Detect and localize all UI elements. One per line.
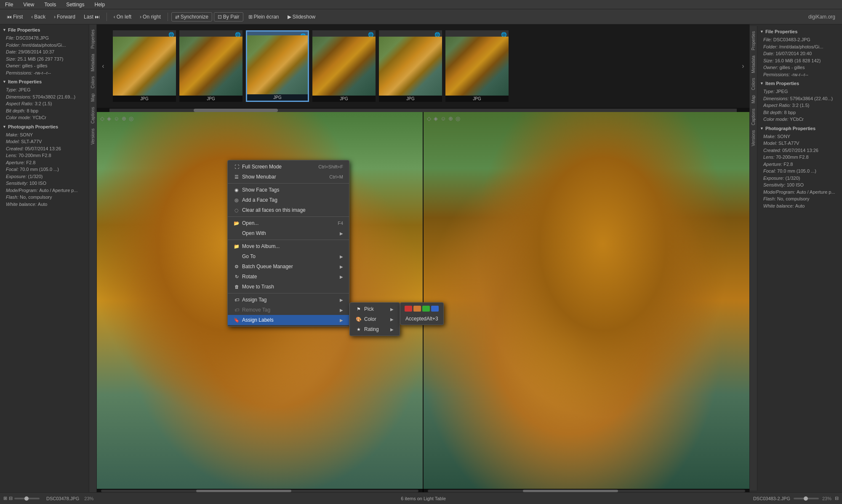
ctx-add-face-tag[interactable]: ◎ Add a Face Tag xyxy=(228,195,349,205)
statusbar-icon-thumb[interactable]: ⊟ xyxy=(9,496,13,501)
file-properties-header[interactable]: ▼ File Properties xyxy=(0,26,89,34)
back-button[interactable]: ‹ Back xyxy=(28,13,49,21)
fit-icon-right[interactable]: ◈ xyxy=(434,115,438,122)
photograph-properties-header[interactable]: ▼ Photograph Properties xyxy=(0,123,89,131)
ctx-rotate[interactable]: ↻ Rotate ▶ xyxy=(228,272,349,282)
on-left-button[interactable]: ‹ On left xyxy=(110,13,135,21)
submenu-pick-item[interactable]: ⚑ Pick ▶ xyxy=(350,304,400,314)
first-button[interactable]: ⏮ First xyxy=(3,13,26,21)
tab-metadata-right[interactable]: Metadata xyxy=(750,54,757,75)
filmstrip-item-4[interactable]: 🌐 JPG xyxy=(379,30,442,102)
zoom-slider-right[interactable] xyxy=(794,498,819,499)
addperson-icon-right[interactable]: ⊕ xyxy=(448,115,453,122)
submenu-color-item[interactable]: 🎨 Color ▶ xyxy=(350,314,400,324)
filmstrip-scrollbar[interactable] xyxy=(97,109,749,112)
center-panel: ‹ 🌐 JPG 🌐 JPG 🌐 JPG xyxy=(97,24,749,492)
statusbar-icon-thumb-right[interactable]: ⊟ xyxy=(835,496,839,501)
fit-icon-left[interactable]: ◈ xyxy=(107,115,111,122)
filmstrip-item-5[interactable]: 🌐 JPG xyxy=(445,30,509,102)
pick-flag-green[interactable] xyxy=(422,306,430,312)
tab-properties-right[interactable]: Properties xyxy=(750,29,757,52)
tab-captions-right[interactable]: Captions xyxy=(750,107,757,127)
ctx-fullscreen[interactable]: ⛶ Full Screen Mode Ctrl+Shift+F xyxy=(228,162,349,172)
on-right-button[interactable]: › On right xyxy=(136,13,164,21)
tab-colors-left[interactable]: Colors xyxy=(90,75,96,90)
pick-flag-red[interactable] xyxy=(405,306,412,312)
menu-file[interactable]: File xyxy=(3,1,15,8)
by-pair-button[interactable]: ⊡ By Pair xyxy=(214,12,243,21)
submenu-rating-item[interactable]: ★ Rating ▶ xyxy=(350,324,400,334)
item-properties-header[interactable]: ▼ Item Properties xyxy=(0,78,89,85)
menu-help[interactable]: Help xyxy=(93,1,107,8)
person-icon-left[interactable]: ☺ xyxy=(114,115,119,122)
target-icon-right[interactable]: ◎ xyxy=(456,115,460,122)
tab-captions-left[interactable]: Captions xyxy=(90,105,96,125)
image-panel-right[interactable]: ◇ ◈ ☺ ⊕ ◎ xyxy=(423,112,749,489)
synchronize-button[interactable]: ⇄ Synchronize xyxy=(171,12,212,21)
tab-colors-right[interactable]: Colors xyxy=(750,76,757,92)
menu-view[interactable]: View xyxy=(21,1,36,8)
statusbar-icon-grid[interactable]: ⊞ xyxy=(3,496,7,501)
pick-flag-blue[interactable] xyxy=(431,306,439,312)
zoom-icon-left[interactable]: ◇ xyxy=(100,115,104,122)
person-icon-right[interactable]: ☺ xyxy=(440,115,446,122)
synchronize-icon: ⇄ xyxy=(175,14,179,20)
zoom-slider-left[interactable] xyxy=(14,498,40,499)
photograph-properties-header-right[interactable]: ▼ Photograph Properties xyxy=(757,125,842,132)
tab-map-right[interactable]: Map xyxy=(750,93,757,105)
image-area-scrollbar[interactable] xyxy=(97,489,749,492)
ctx-show-face-tags-icon: ◉ xyxy=(234,187,240,193)
ctx-remove-tag[interactable]: 🏷 Remove Tag ▶ xyxy=(228,305,349,315)
tab-versions-left[interactable]: Versions xyxy=(90,127,96,146)
ctx-open[interactable]: 📂 Open... F4 xyxy=(228,218,349,228)
ctx-assign-labels[interactable]: 🔖 Assign Labels ▶ xyxy=(228,315,349,325)
filmstrip-prev[interactable]: ‹ xyxy=(97,28,109,104)
ctx-batch-queue[interactable]: ⚙ Batch Queue Manager ▶ xyxy=(228,261,349,272)
ctx-clear-faces[interactable]: ◌ Clear all faces on this image xyxy=(228,205,349,215)
ctx-move-album[interactable]: 📁 Move to Album... xyxy=(228,241,349,251)
submenu-pick-icon: ⚑ xyxy=(356,307,362,312)
on-left-icon: ‹ xyxy=(114,14,115,20)
ctx-assign-tag-label: Assign Tag xyxy=(242,297,336,303)
addperson-icon-left[interactable]: ⊕ xyxy=(122,115,126,122)
forward-button[interactable]: › Forward xyxy=(51,13,79,21)
forward-label: Forward xyxy=(57,14,75,20)
ctx-fullscreen-shortcut: Ctrl+Shift+F xyxy=(318,164,343,169)
statusbar-right: DSC03483-2.JPG 23% ⊟ xyxy=(753,496,839,501)
pick-flag-orange[interactable] xyxy=(413,306,421,312)
filmstrip-item-3[interactable]: 🌐 JPG xyxy=(312,30,376,102)
filmstrip-item-1[interactable]: 🌐 JPG xyxy=(179,30,242,102)
filmstrip-next[interactable]: › xyxy=(737,28,749,104)
ctx-assign-labels-icon: 🔖 xyxy=(234,317,240,323)
tab-versions-right[interactable]: Versions xyxy=(750,128,757,148)
ctx-sep-4 xyxy=(228,293,349,293)
menu-settings[interactable]: Settings xyxy=(64,1,86,8)
filmstrip-item-0[interactable]: 🌐 JPG xyxy=(113,30,176,102)
menu-tools[interactable]: Tools xyxy=(43,1,58,8)
filmstrip-label-1: JPG xyxy=(179,96,242,102)
photo-props-chevron: ▼ xyxy=(3,125,6,129)
filmstrip-item-2[interactable]: 🌐 JPG xyxy=(246,30,309,102)
plain-ecran-button[interactable]: ⊞ Plein écran xyxy=(245,13,282,21)
ctx-show-face-tags-label: Show Face Tags xyxy=(242,187,343,193)
filmstrip-label-2: JPG xyxy=(247,94,308,101)
tab-properties-left[interactable]: Properties xyxy=(90,28,96,51)
target-icon-left[interactable]: ◎ xyxy=(129,115,133,122)
statusbar-zoom-right: 23% xyxy=(822,496,831,501)
ctx-move-trash[interactable]: 🗑 Move to Trash xyxy=(228,282,349,292)
ctx-go-to-label: Go To xyxy=(242,253,336,259)
slideshow-button[interactable]: ▶ Slideshow xyxy=(284,13,319,21)
last-button[interactable]: Last ⏭ xyxy=(80,13,103,21)
submenu-color-label: Color xyxy=(364,316,386,322)
ctx-assign-tag-arrow: ▶ xyxy=(340,298,343,302)
ctx-assign-tag[interactable]: 🏷 Assign Tag ▶ xyxy=(228,295,349,305)
item-properties-header-right[interactable]: ▼ Item Properties xyxy=(757,80,842,87)
ctx-open-with[interactable]: Open With ▶ xyxy=(228,228,349,238)
file-properties-header-right[interactable]: ▼ File Properties xyxy=(757,28,842,35)
tab-metadata-left[interactable]: Metadata xyxy=(90,52,96,73)
ctx-go-to[interactable]: Go To ▶ xyxy=(228,251,349,261)
ctx-show-menubar[interactable]: ☰ Show Menubar Ctrl+M xyxy=(228,172,349,182)
zoom-icon-right[interactable]: ◇ xyxy=(427,115,431,122)
tab-map-left[interactable]: Map xyxy=(90,92,96,103)
ctx-show-face-tags[interactable]: ◉ Show Face Tags xyxy=(228,185,349,195)
